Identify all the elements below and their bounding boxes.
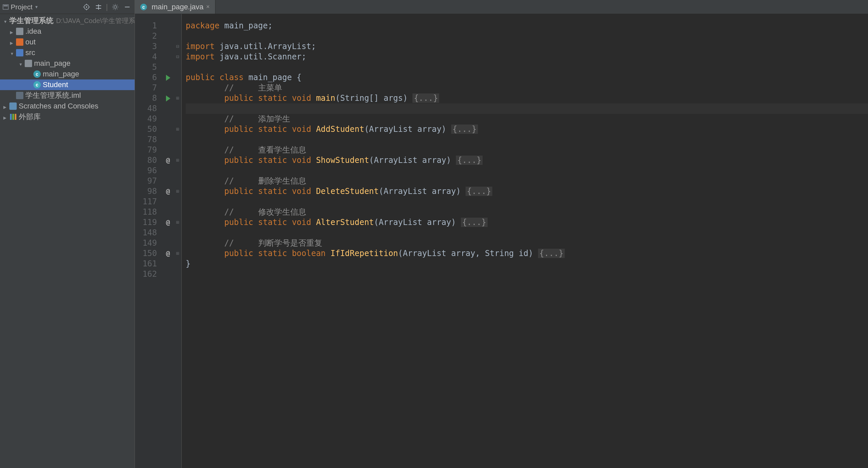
line-number-gutter: 1234567848495078798096979811711811914814… — [135, 14, 162, 468]
svg-point-11 — [114, 6, 117, 8]
folder-icon — [16, 28, 23, 35]
editor-tabs: c main_page.java × — [135, 0, 868, 14]
tree-iml-file[interactable]: 学生管理系统.iml — [0, 90, 134, 101]
run-icon[interactable] — [166, 96, 170, 101]
run-gutter[interactable]: @@@@ — [162, 14, 174, 468]
tree-scratches[interactable]: Scratches and Consoles — [0, 101, 134, 111]
project-tool-window: Project ▼ | 学生管理系统 D:\JAVA_Code\学生管理系统 .… — [0, 0, 135, 468]
fold-closed-icon[interactable]: ⊞ — [174, 93, 181, 103]
override-icon[interactable]: @ — [166, 248, 170, 259]
scratches-icon — [9, 102, 17, 110]
lib-icon — [9, 113, 17, 121]
class-icon: c — [140, 4, 147, 10]
project-header: Project ▼ | — [0, 0, 134, 14]
override-icon[interactable]: @ — [166, 217, 170, 228]
folder-icon — [16, 49, 23, 57]
separator: | — [106, 3, 108, 11]
fold-gutter[interactable]: ⊟⊟⊞⊞⊞⊞⊞⊞ — [174, 14, 182, 468]
svg-rect-1 — [4, 5, 8, 6]
tree-folder-idea[interactable]: .idea — [0, 26, 134, 37]
fold-open-icon[interactable]: ⊟ — [174, 41, 181, 52]
fold-closed-icon[interactable]: ⊞ — [174, 186, 181, 197]
fold-closed-icon[interactable]: ⊞ — [174, 217, 181, 228]
locate-icon[interactable] — [82, 2, 91, 12]
project-icon — [3, 4, 9, 10]
tree-root[interactable]: 学生管理系统 D:\JAVA_Code\学生管理系统 — [0, 15, 134, 26]
fold-closed-icon[interactable]: ⊞ — [174, 248, 181, 259]
class-icon: c — [33, 70, 41, 78]
editor-body[interactable]: 1234567848495078798096979811711811914814… — [135, 14, 868, 468]
dropdown-icon: ▼ — [34, 5, 38, 9]
tree-root-path: D:\JAVA_Code\学生管理系统 — [56, 16, 134, 25]
code-content[interactable]: package main_page; import java.util.Arra… — [182, 14, 868, 468]
tree-root-name: 学生管理系统 — [9, 16, 54, 26]
project-title-text: Project — [11, 3, 32, 11]
tree-class-student[interactable]: c Student — [0, 79, 134, 90]
svg-point-3 — [86, 6, 87, 8]
tree-class-mainpage[interactable]: c main_page — [0, 69, 134, 79]
project-title[interactable]: Project ▼ — [3, 3, 38, 11]
iml-icon — [16, 92, 23, 99]
expand-all-icon[interactable] — [94, 2, 103, 12]
tree-external-libs[interactable]: 外部库 — [0, 111, 134, 122]
fold-closed-icon[interactable]: ⊞ — [174, 124, 181, 135]
tree-folder-out[interactable]: out — [0, 37, 134, 47]
tree-package-mainpage[interactable]: main_page — [0, 58, 134, 69]
project-tree[interactable]: 学生管理系统 D:\JAVA_Code\学生管理系统 .idea out src — [0, 14, 134, 468]
override-icon[interactable]: @ — [166, 155, 170, 166]
close-tab-icon[interactable]: × — [206, 3, 210, 10]
hide-icon[interactable] — [123, 2, 132, 12]
package-icon — [25, 60, 32, 67]
fold-open-icon[interactable]: ⊟ — [174, 52, 181, 62]
editor-area: c main_page.java × 123456784849507879809… — [135, 0, 868, 468]
tab-main-page[interactable]: c main_page.java × — [135, 0, 215, 14]
tab-label: main_page.java — [152, 3, 204, 11]
class-icon: c — [33, 81, 41, 89]
run-icon[interactable] — [166, 75, 170, 81]
tree-folder-src[interactable]: src — [0, 47, 134, 58]
folder-icon — [16, 38, 23, 46]
override-icon[interactable]: @ — [166, 186, 170, 197]
fold-closed-icon[interactable]: ⊞ — [174, 155, 181, 166]
settings-icon[interactable] — [111, 2, 120, 12]
